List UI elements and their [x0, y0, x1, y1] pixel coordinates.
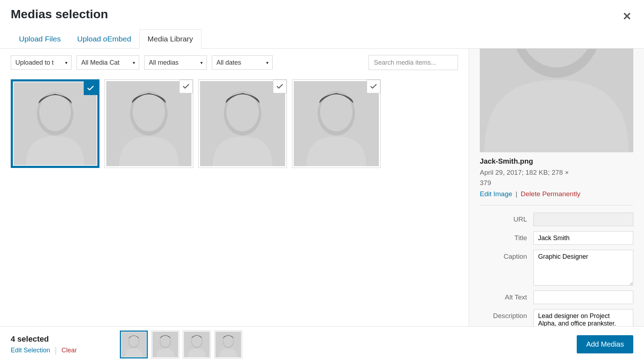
media-thumbnail[interactable]	[11, 79, 99, 168]
media-selection-modal: Medias selection ✕ Upload Files Upload o…	[0, 0, 644, 362]
modal-footer: 4 selected Edit Selection | Clear Add Me…	[0, 326, 644, 362]
edit-image-link[interactable]: Edit Image	[480, 190, 512, 198]
url-field[interactable]	[533, 213, 633, 226]
selection-thumbnail[interactable]	[151, 331, 179, 358]
description-label: Description	[480, 309, 533, 320]
tab-upload-oembed[interactable]: Upload oEmbed	[69, 29, 140, 49]
media-browser: Uploaded to t All Media Cat All medias A…	[0, 49, 469, 326]
selection-thumbnail[interactable]	[120, 331, 148, 358]
delete-permanently-link[interactable]: Delete Permanently	[521, 190, 580, 198]
close-icon[interactable]: ✕	[623, 10, 631, 23]
selection-thumbnail[interactable]	[183, 331, 211, 358]
caption-label: Caption	[480, 250, 533, 261]
tab-bar: Upload Files Upload oEmbed Media Library	[0, 29, 644, 49]
attachment-details: Jack-Smith.png April 29, 2017; 182 KB; 2…	[469, 49, 644, 326]
filter-bar: Uploaded to t All Media Cat All medias A…	[11, 55, 458, 70]
search-input[interactable]	[369, 55, 458, 70]
alt-text-label: Alt Text	[480, 291, 533, 301]
media-thumbnail[interactable]	[292, 79, 381, 168]
tab-upload-files[interactable]: Upload Files	[11, 29, 69, 49]
filter-date-select[interactable]: All dates	[212, 55, 273, 70]
divider	[480, 205, 633, 205]
thumbnail-image	[200, 81, 285, 166]
title-field[interactable]	[533, 231, 633, 245]
edit-selection-link[interactable]: Edit Selection	[11, 347, 50, 354]
title-label: Title	[480, 231, 533, 242]
check-icon[interactable]	[367, 80, 380, 93]
selection-thumbnail[interactable]	[214, 331, 242, 358]
check-icon[interactable]	[84, 81, 97, 95]
media-thumbnail[interactable]	[198, 79, 287, 168]
selection-thumbnails	[120, 331, 242, 358]
attachment-actions: Edit Image | Delete Permanently	[480, 190, 633, 198]
clear-selection-link[interactable]: Clear	[62, 347, 77, 354]
modal-title: Medias selection	[11, 7, 633, 21]
modal-header: Medias selection ✕	[0, 0, 644, 21]
filter-category-select[interactable]: All Media Cat	[77, 55, 139, 70]
thumbnail-image	[106, 81, 191, 166]
check-icon[interactable]	[273, 80, 287, 93]
add-medias-button[interactable]: Add Medias	[577, 335, 633, 353]
caption-field[interactable]	[533, 250, 633, 286]
preview-image	[480, 49, 633, 152]
attachment-filename: Jack-Smith.png	[480, 157, 633, 165]
thumbnail-image	[294, 81, 379, 166]
media-grid	[11, 79, 458, 168]
attachment-meta: April 29, 2017; 182 KB; 278 × 379	[480, 168, 633, 188]
alt-text-field[interactable]	[533, 291, 633, 304]
description-field[interactable]	[533, 309, 633, 326]
filter-type-select[interactable]: All medias	[144, 55, 207, 70]
check-icon[interactable]	[179, 80, 193, 93]
url-label: URL	[480, 213, 533, 223]
tab-media-library[interactable]: Media Library	[139, 29, 201, 49]
selected-count: 4 selected	[11, 334, 77, 344]
filter-source-select[interactable]: Uploaded to t	[11, 55, 72, 70]
media-thumbnail[interactable]	[104, 79, 193, 168]
